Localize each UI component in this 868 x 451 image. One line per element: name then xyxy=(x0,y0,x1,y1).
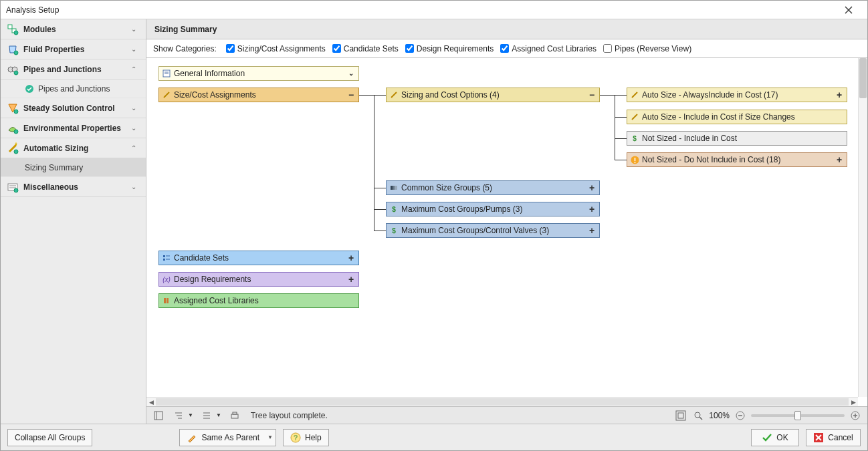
sidebar-section-sizing[interactable]: Automatic Sizing ⌃ xyxy=(1,138,146,158)
check-icon xyxy=(762,432,772,443)
zoom-search-icon[interactable] xyxy=(691,409,705,422)
zoom-fit[interactable] xyxy=(674,409,687,422)
collapse-icon[interactable]: − xyxy=(346,90,356,100)
scroll-left-icon[interactable]: ◀ xyxy=(146,399,156,406)
expand-icon[interactable]: + xyxy=(587,204,596,214)
cat-design-req[interactable]: Design Requirements xyxy=(405,44,494,53)
node-not-sized-exclude[interactable]: Not Sized - Do Not Include in Cost (18) … xyxy=(627,152,847,167)
zoom-slider[interactable] xyxy=(751,414,845,417)
node-candidate-sets[interactable]: Candidate Sets + xyxy=(158,251,359,265)
cancel-icon xyxy=(813,432,824,443)
expand-icon[interactable]: + xyxy=(587,226,596,235)
sidebar-section-misc[interactable]: Miscellaneous ⌄ xyxy=(1,177,146,197)
svg-rect-18 xyxy=(163,255,165,257)
categories-bar: Show Categories: Sizing/Cost Assignments… xyxy=(146,39,867,58)
cat-pipes-reverse[interactable]: Pipes (Reverse View) xyxy=(603,44,691,53)
svg-text:?: ? xyxy=(294,434,298,442)
document-icon xyxy=(162,69,171,78)
svg-rect-22 xyxy=(164,298,166,303)
chevron-down-icon: ⌄ xyxy=(131,104,140,112)
chevron-up-icon: ⌃ xyxy=(131,144,140,152)
dollar-icon: $ xyxy=(389,226,399,235)
svg-line-43 xyxy=(699,417,702,420)
help-icon: ? xyxy=(290,432,301,443)
zoom-out[interactable] xyxy=(734,409,747,422)
wand-icon xyxy=(6,142,19,155)
node-general-info[interactable]: General Information ⌄ xyxy=(158,66,359,81)
cat-assigned-cost[interactable]: Assigned Cost Libraries xyxy=(500,44,596,53)
tree-tool-3[interactable] xyxy=(200,409,213,422)
sidebar-section-modules[interactable]: Modules ⌄ xyxy=(1,19,146,39)
node-auto-changes[interactable]: Auto Size - Include in Cost if Size Chan… xyxy=(627,110,847,124)
node-size-cost[interactable]: Size/Cost Assignments − xyxy=(158,88,359,102)
node-max-pumps[interactable]: $ Maximum Cost Groups/Pumps (3) + xyxy=(386,202,600,216)
collapse-icon[interactable]: − xyxy=(587,90,596,100)
node-common-size[interactable]: Common Size Groups (5) + xyxy=(386,180,600,195)
svg-rect-19 xyxy=(163,259,165,261)
svg-point-9 xyxy=(14,130,18,134)
footer: Collapse All Groups Same As Parent ? Hel… xyxy=(1,424,867,450)
print-tool[interactable] xyxy=(228,409,241,422)
expand-icon[interactable]: + xyxy=(346,275,356,284)
variable-icon: (x) xyxy=(162,275,171,284)
ok-button[interactable]: OK xyxy=(751,429,799,446)
tree-tool-2[interactable] xyxy=(172,409,185,422)
sidebar-section-steady[interactable]: Steady Solution Control ⌄ xyxy=(1,98,146,118)
same-as-parent-button[interactable]: Same As Parent xyxy=(179,429,276,446)
cancel-button[interactable]: Cancel xyxy=(806,429,861,446)
svg-rect-30 xyxy=(154,412,162,420)
analysis-setup-window: Analysis Setup Modules ⌄ Fluid Propertie… xyxy=(0,0,868,451)
dollar-icon: $ xyxy=(389,204,399,214)
svg-point-6 xyxy=(14,71,18,75)
expand-icon[interactable]: + xyxy=(587,183,596,192)
close-icon xyxy=(845,6,853,14)
main-panel: Sizing Summary Show Categories: Sizing/C… xyxy=(146,19,867,424)
close-button[interactable] xyxy=(835,3,862,17)
node-not-sized-include[interactable]: $ Not Sized - Include in Cost xyxy=(627,131,847,146)
wand-icon xyxy=(389,90,399,100)
svg-rect-41 xyxy=(678,413,683,418)
node-design-req[interactable]: (x) Design Requirements + xyxy=(158,272,359,287)
check-icon xyxy=(25,84,34,94)
cat-candidate-sets[interactable]: Candidate Sets xyxy=(332,44,399,53)
misc-icon xyxy=(6,180,19,194)
fluid-icon xyxy=(6,43,19,56)
wand-icon xyxy=(630,112,639,122)
sidebar-section-fluid[interactable]: Fluid Properties ⌄ xyxy=(1,39,146,59)
expand-icon[interactable]: + xyxy=(835,155,844,164)
node-auto-always[interactable]: Auto Size - AlwaysInclude in Cost (17) + xyxy=(627,88,847,102)
chevron-down-icon: ⌄ xyxy=(131,45,140,53)
sidebar-sub-pipes[interactable]: Pipes and Junctions xyxy=(1,80,146,98)
chevron-up-icon: ⌃ xyxy=(131,65,140,73)
expand-icon[interactable]: + xyxy=(346,253,356,263)
svg-rect-39 xyxy=(233,412,237,414)
expand-icon[interactable]: + xyxy=(835,90,844,100)
zoom-in[interactable] xyxy=(849,409,862,422)
node-max-valves[interactable]: $ Maximum Cost Groups/Control Valves (3)… xyxy=(386,223,600,238)
svg-point-2 xyxy=(14,31,18,35)
steady-icon xyxy=(6,102,19,115)
svg-point-3 xyxy=(14,51,18,55)
sidebar-sub-sizing-summary[interactable]: Sizing Summary xyxy=(1,158,146,177)
tree-canvas: General Information ⌄ Size/Cost Assignme… xyxy=(146,58,867,406)
node-assigned-cost[interactable]: Assigned Cost Libraries xyxy=(158,293,359,308)
horizontal-scrollbar[interactable]: ◀ ▶ xyxy=(146,397,858,406)
modules-icon xyxy=(6,23,19,36)
cat-sizing-cost[interactable]: Sizing/Cost Assignments xyxy=(226,44,326,53)
svg-rect-26 xyxy=(395,186,397,190)
sidebar-section-env[interactable]: Environmental Properties ⌄ xyxy=(1,118,146,138)
chevron-down-icon: ⌄ xyxy=(131,183,140,190)
wand-icon xyxy=(630,90,639,100)
chevron-down-icon: ⌄ xyxy=(131,25,140,33)
vertical-scrollbar[interactable] xyxy=(858,58,867,397)
tree-tool-1[interactable] xyxy=(152,409,165,422)
scroll-right-icon[interactable]: ▶ xyxy=(849,399,858,406)
svg-rect-0 xyxy=(8,25,12,29)
dropdown-caret-icon[interactable]: ⌄ xyxy=(346,70,356,77)
status-message: Tree layout complete. xyxy=(251,411,667,420)
help-button[interactable]: ? Help xyxy=(283,429,329,446)
sidebar-section-pipes[interactable]: Pipes and Junctions ⌃ xyxy=(1,59,146,80)
collapse-all-button[interactable]: Collapse All Groups xyxy=(7,429,92,446)
node-sizing-options[interactable]: Sizing and Cost Options (4) − xyxy=(386,88,600,102)
svg-point-10 xyxy=(14,150,18,154)
